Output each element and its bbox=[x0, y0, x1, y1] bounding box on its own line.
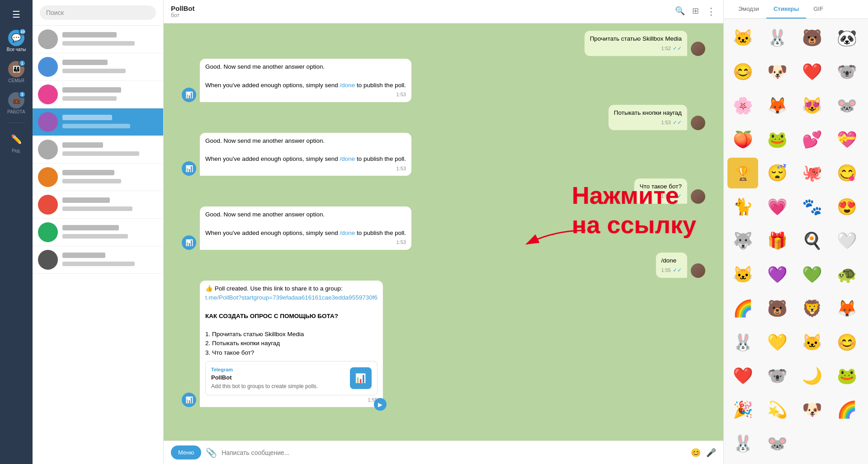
avatar-2 bbox=[38, 57, 58, 77]
bot-avatar-8: 📊 bbox=[182, 393, 196, 407]
sticker-item-0[interactable]: 🐱 bbox=[727, 23, 758, 53]
user-avatar-7 bbox=[691, 263, 705, 278]
sticker-item-18[interactable]: 😋 bbox=[831, 158, 862, 188]
emoji-icon[interactable]: 😊 bbox=[691, 448, 701, 458]
sticker-item-31[interactable]: 🌈 bbox=[727, 293, 758, 324]
sticker-item-35[interactable]: 🐰 bbox=[727, 327, 758, 358]
sticker-item-23[interactable]: 🐺 bbox=[727, 225, 758, 256]
message-input[interactable] bbox=[222, 446, 686, 459]
sidebar-item-family[interactable]: 👨‍👩‍👦 1 СЕМЬЯ bbox=[3, 57, 30, 87]
sticker-item-14[interactable]: 💕 bbox=[797, 124, 828, 155]
sticker-item-48[interactable]: 🐭 bbox=[762, 428, 793, 459]
input-icons: 😊 🎤 bbox=[691, 448, 716, 458]
menu-button[interactable]: Меню bbox=[171, 445, 201, 459]
sticker-item-6[interactable]: ❤️ bbox=[797, 56, 828, 87]
chat-item-7[interactable] bbox=[33, 191, 163, 219]
message-row-2: 📊 Good. Now send me another answer optio… bbox=[182, 59, 705, 102]
chat-item-5[interactable] bbox=[33, 136, 163, 164]
sticker-item-11[interactable]: 🐭 bbox=[831, 90, 862, 121]
sticker-item-5[interactable]: 🐶 bbox=[762, 56, 793, 87]
sidebar: ☰ 💬 10 Все чаты 👨‍👩‍👦 1 СЕМЬЯ 💼 3 РАБОТА… bbox=[0, 0, 33, 464]
edit-label: Ред. bbox=[12, 148, 21, 153]
user-avatar-1 bbox=[691, 42, 705, 56]
tab-stickers[interactable]: Стикеры bbox=[766, 0, 807, 19]
sticker-item-9[interactable]: 🦊 bbox=[762, 90, 793, 121]
sticker-item-47[interactable]: 🐰 bbox=[727, 428, 758, 459]
sticker-item-33[interactable]: 🦁 bbox=[797, 293, 828, 324]
sticker-item-12[interactable]: 🍑 bbox=[727, 124, 758, 155]
sticker-item-1[interactable]: 🐰 bbox=[762, 23, 793, 53]
sticker-item-7[interactable]: 🐨 bbox=[831, 56, 862, 87]
sticker-item-15[interactable]: 💝 bbox=[831, 124, 862, 155]
sticker-item-28[interactable]: 💜 bbox=[762, 259, 793, 290]
chat-item-1[interactable] bbox=[33, 26, 163, 53]
chat-item-8[interactable] bbox=[33, 219, 163, 246]
sticker-item-37[interactable]: 🐱 bbox=[797, 327, 828, 358]
forward-button[interactable]: ▶ bbox=[374, 398, 387, 411]
search-icon[interactable]: 🔍 bbox=[675, 6, 685, 18]
chat-main: PollBot бот 🔍 ⊞ ⋮ Прочитать статью Skill… bbox=[164, 0, 723, 464]
hamburger-menu[interactable]: ☰ bbox=[8, 5, 25, 24]
more-icon[interactable]: ⋮ bbox=[706, 6, 716, 18]
sticker-item-20[interactable]: 💗 bbox=[762, 192, 793, 222]
sticker-item-17[interactable]: 🐙 bbox=[797, 158, 828, 188]
work-label: РАБОТА bbox=[7, 109, 25, 114]
sticker-item-38[interactable]: 😊 bbox=[831, 327, 862, 358]
microphone-icon[interactable]: 🎤 bbox=[706, 448, 716, 458]
done-link-6[interactable]: /done bbox=[340, 230, 355, 236]
tab-gif[interactable]: GIF bbox=[806, 0, 830, 19]
attachment-icon[interactable]: 📎 bbox=[206, 447, 217, 458]
sticker-item-45[interactable]: 🐶 bbox=[797, 394, 828, 425]
sticker-item-26[interactable]: 🤍 bbox=[831, 225, 862, 256]
sticker-item-8[interactable]: 🌸 bbox=[727, 90, 758, 121]
chat-item-active[interactable] bbox=[33, 108, 163, 136]
sticker-item-2[interactable]: 🐻 bbox=[797, 23, 828, 53]
message-row-8: 📊 👍 Poll created. Use this link to share… bbox=[182, 281, 705, 408]
tab-emoji[interactable]: Эмодзи bbox=[731, 0, 766, 19]
done-link-4[interactable]: /done bbox=[340, 155, 355, 162]
avatar-active bbox=[38, 112, 58, 132]
columns-icon[interactable]: ⊞ bbox=[692, 6, 699, 18]
sticker-item-21[interactable]: 🐾 bbox=[797, 192, 828, 222]
poll-share-link[interactable]: t.me/PollBot?startgroup=739efadaa616161c… bbox=[205, 294, 377, 301]
sticker-item-39[interactable]: ❤️ bbox=[727, 361, 758, 391]
message-row-7: /done 1:55 ✓✓ bbox=[182, 253, 705, 278]
sidebar-item-all-chats[interactable]: 💬 10 Все чаты bbox=[3, 26, 30, 56]
chat-actions: 🔍 ⊞ ⋮ bbox=[675, 6, 716, 18]
chat-item-2[interactable] bbox=[33, 53, 163, 81]
done-link-2[interactable]: /done bbox=[340, 82, 355, 89]
sticker-item-22[interactable]: 😍 bbox=[831, 192, 862, 222]
sticker-item-27[interactable]: 🐱 bbox=[727, 259, 758, 290]
sticker-item-32[interactable]: 🐻 bbox=[762, 293, 793, 324]
sticker-item-46[interactable]: 🌈 bbox=[831, 394, 862, 425]
sticker-item-30[interactable]: 🐢 bbox=[831, 259, 862, 290]
sticker-item-19[interactable]: 🐈 bbox=[727, 192, 758, 222]
sticker-item-40[interactable]: 🐨 bbox=[762, 361, 793, 391]
sticker-item-3[interactable]: 🐼 bbox=[831, 23, 862, 53]
sticker-item-44[interactable]: 💫 bbox=[762, 394, 793, 425]
chat-item-9[interactable] bbox=[33, 246, 163, 274]
sticker-item-25[interactable]: 🍳 bbox=[797, 225, 828, 256]
sticker-item-43[interactable]: 🎉 bbox=[727, 394, 758, 425]
sticker-item-13[interactable]: 🐸 bbox=[762, 124, 793, 155]
chat-item-6[interactable] bbox=[33, 164, 163, 191]
sticker-item-16[interactable]: 😴 bbox=[762, 158, 793, 188]
sticker-item-41[interactable]: 🌙 bbox=[797, 361, 828, 391]
sticker-item-4[interactable]: 😊 bbox=[727, 56, 758, 87]
message-time-8: 1:55 bbox=[205, 396, 377, 404]
sticker-item-34[interactable]: 🦊 bbox=[831, 293, 862, 324]
message-time-1: 1:52 ✓✓ bbox=[590, 44, 682, 52]
sidebar-item-edit[interactable]: ✏️ Ред. bbox=[3, 127, 30, 157]
sticker-item-24[interactable]: 🎁 bbox=[762, 225, 793, 256]
sidebar-item-work[interactable]: 💼 3 РАБОТА bbox=[3, 89, 30, 118]
active-chat-preview bbox=[62, 124, 130, 128]
sticker-item-36[interactable]: 💛 bbox=[762, 327, 793, 358]
sticker-item-10[interactable]: 😻 bbox=[797, 90, 828, 121]
search-box[interactable]: Поиск bbox=[40, 5, 156, 20]
sticker-item-29[interactable]: 💚 bbox=[797, 259, 828, 290]
chat-list-header: Поиск bbox=[33, 0, 163, 26]
sticker-special[interactable]: 🏆 bbox=[727, 158, 758, 188]
sticker-item-42[interactable]: 🐸 bbox=[831, 361, 862, 391]
chat-item-3[interactable] bbox=[33, 81, 163, 108]
message-row-6: 📊 Good. Now send me another answer optio… bbox=[182, 206, 705, 249]
